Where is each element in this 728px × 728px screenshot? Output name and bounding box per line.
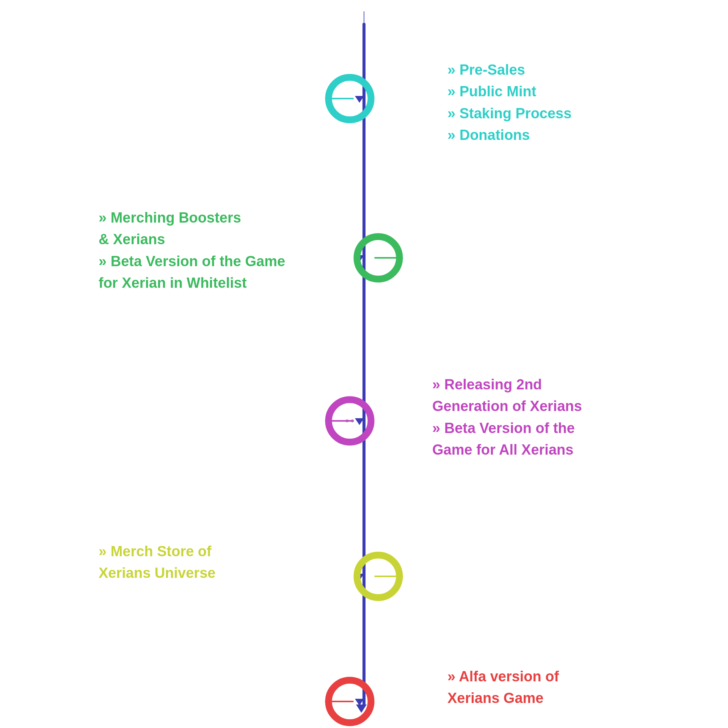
node-5-text: » Alfa version of Xerians Game — [447, 667, 629, 711]
top-tick — [364, 11, 364, 23]
node-1-item-1: » Pre-Sales — [447, 61, 629, 79]
node-1 — [325, 74, 403, 123]
node-1-text: » Pre-Sales » Public Mint » Staking Proc… — [447, 61, 629, 148]
node-2-text: » Merching Boosters & Xerians » Beta Ver… — [99, 209, 311, 296]
node-3-item-4: Game for All Xerians — [432, 441, 629, 459]
node-2-item-3: » Beta Version of the Game — [99, 252, 311, 271]
node-3 — [325, 396, 403, 446]
node-2-item-4: for Xerian in Whitelist — [99, 274, 311, 292]
node-5-item-2: Xerians Game — [447, 689, 629, 708]
node-5 — [325, 677, 403, 726]
node-4-item-1: » Merch Store of — [99, 542, 281, 561]
node-2-connector — [375, 257, 403, 259]
node-1-connector — [325, 98, 354, 99]
node-3-connector — [325, 420, 354, 422]
node-2-item-1: » Merching Boosters — [99, 209, 311, 227]
node-1-item-2: » Public Mint — [447, 82, 629, 101]
node-4-connector — [375, 576, 403, 577]
node-5-connector — [325, 701, 354, 702]
node-3-item-1: » Releasing 2nd — [432, 375, 629, 394]
node-3-item-3: » Beta Version of the — [432, 419, 629, 438]
node-3-item-2: Generation of Xerians — [432, 397, 629, 416]
node-4-text: » Merch Store of Xerians Universe — [99, 542, 281, 586]
node-4 — [325, 552, 403, 601]
node-2 — [325, 233, 403, 282]
timeline: » Pre-Sales » Public Mint » Staking Proc… — [99, 23, 629, 705]
node-5-item-1: » Alfa version of — [447, 667, 629, 686]
node-2-item-2: & Xerians — [99, 230, 311, 249]
node-4-item-2: Xerians Universe — [99, 564, 281, 582]
node-1-item-4: » Donations — [447, 126, 629, 144]
timeline-line — [362, 23, 366, 705]
node-1-item-3: » Staking Process — [447, 104, 629, 123]
node-3-text: » Releasing 2nd Generation of Xerians » … — [432, 375, 629, 463]
